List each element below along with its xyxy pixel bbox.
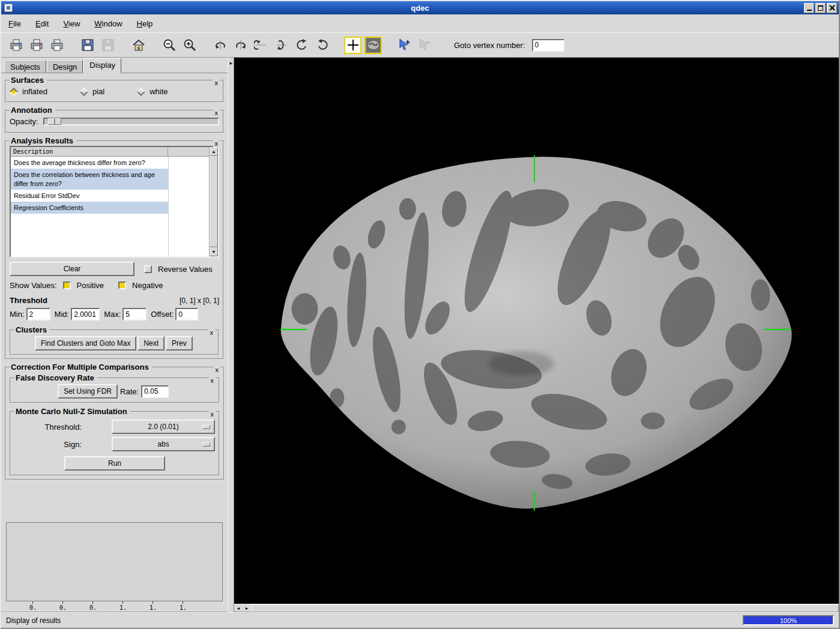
mc-sign-dropdown[interactable]: abs: [112, 437, 215, 451]
zoom-out-button[interactable]: [160, 37, 178, 54]
min-input[interactable]: [26, 308, 50, 321]
clear-button[interactable]: Clear: [10, 262, 134, 276]
save-data-button[interactable]: [79, 37, 96, 54]
panel-divider[interactable]: ►: [228, 58, 234, 612]
find-clusters-button[interactable]: Find Clusters and Goto Max: [35, 336, 136, 351]
positive-checkbox[interactable]: [63, 281, 71, 289]
home-icon: [131, 38, 146, 52]
radio-white[interactable]: white: [138, 87, 168, 96]
render-view: ◄ ►: [234, 58, 839, 612]
negative-checkbox[interactable]: [118, 281, 126, 289]
analysis-close-icon[interactable]: x: [213, 140, 220, 147]
run-simulation-button[interactable]: Run: [64, 456, 165, 471]
minimize-icon: [807, 10, 812, 11]
rotate-up-button[interactable]: [252, 37, 270, 54]
copy-snapshot-icon: [50, 38, 64, 52]
optionmenu-indicator: [202, 425, 210, 429]
rate-input[interactable]: [141, 385, 169, 398]
list-item-selected[interactable]: Regression Coefficients: [11, 202, 168, 214]
max-label: Max:: [104, 310, 121, 319]
radio-inflated[interactable]: inflated: [11, 87, 47, 96]
scroll-right-icon[interactable]: ►: [243, 604, 251, 612]
opacity-label: Opacity:: [10, 117, 38, 126]
cursor-add-icon: [397, 38, 411, 52]
max-input[interactable]: [122, 308, 147, 321]
render-canvas[interactable]: [234, 58, 839, 604]
menu-file[interactable]: File: [8, 19, 21, 28]
correction-title: Correction For Multiple Comparisons: [10, 363, 152, 372]
copy-snapshot-button[interactable]: [48, 37, 65, 54]
reverse-values-checkbox[interactable]: [144, 265, 152, 273]
scrollbar-thumb[interactable]: [210, 156, 218, 247]
tab-display[interactable]: Display: [83, 58, 121, 73]
description-column-header[interactable]: Description: [11, 147, 168, 156]
list-item-selected[interactable]: Does the correlation between thickness a…: [11, 169, 168, 190]
view-horizontal-scrollbar[interactable]: ◄ ►: [234, 604, 839, 612]
goto-vertex-input[interactable]: [532, 39, 564, 52]
histogram-panel: 0. 0. 0. 1. 1. 1.: [6, 522, 223, 612]
offset-input[interactable]: [175, 308, 198, 321]
fdr-close-icon[interactable]: x: [209, 377, 216, 384]
menu-edit[interactable]: Edit: [35, 19, 49, 28]
menu-view[interactable]: View: [63, 19, 80, 28]
close-button[interactable]: [827, 3, 837, 13]
rotate-down-button[interactable]: [273, 37, 290, 54]
save-all-icon: [101, 38, 115, 52]
spin-cw-button[interactable]: [313, 37, 331, 54]
zoom-out-icon: [162, 38, 177, 52]
analysis-list-header[interactable]: Description: [11, 147, 209, 157]
radio-pial[interactable]: pial: [81, 87, 104, 96]
hscroll-thumb[interactable]: [251, 604, 839, 612]
rotate-left-icon: [213, 38, 228, 52]
spin-ccw-icon: [295, 38, 309, 52]
mc-threshold-value: 2.0 (0.01): [148, 423, 178, 431]
set-using-fdr-button[interactable]: Set Using FDR: [58, 384, 118, 399]
status-message: Display of results: [6, 616, 61, 625]
rotate-up-icon: [254, 38, 268, 52]
progress-bar: 100%: [743, 615, 834, 625]
menu-window[interactable]: Window: [94, 19, 122, 28]
mid-label: Mid:: [55, 310, 70, 319]
menu-help[interactable]: Help: [137, 19, 153, 28]
reverse-values-label: Reverse Values: [158, 265, 213, 274]
rotate-right-button[interactable]: [232, 37, 249, 54]
zoom-in-button[interactable]: [181, 37, 198, 54]
analysis-list-scrollbar[interactable]: ▲ ▼: [209, 147, 218, 256]
prev-cluster-button[interactable]: Prev: [166, 336, 193, 351]
mc-threshold-dropdown[interactable]: 2.0 (0.01): [112, 420, 215, 434]
list-item[interactable]: Residual Error StdDev: [11, 190, 168, 202]
display-tab-panel: Surfaces x inflated pial wh: [1, 73, 228, 612]
axis-tick-label: 0.: [29, 604, 37, 611]
notebook-tabs: Subjects Design Display: [1, 58, 228, 73]
list-item[interactable]: Does the average thickness differ from z…: [11, 157, 168, 169]
maximize-button[interactable]: [815, 3, 826, 13]
add-selection-button[interactable]: [395, 37, 412, 54]
pane-arrow-icon[interactable]: ►: [229, 61, 234, 66]
opacity-slider[interactable]: [43, 118, 219, 125]
clusters-close-icon[interactable]: x: [208, 329, 216, 336]
annotation-close-icon[interactable]: x: [213, 109, 220, 116]
histogram-plot: [6, 522, 223, 601]
next-cluster-button[interactable]: Next: [137, 336, 165, 351]
scroll-left-icon[interactable]: ◄: [234, 604, 243, 612]
save-snapshot-button[interactable]: [7, 37, 25, 54]
rotate-left-button[interactable]: [211, 37, 229, 54]
tab-design[interactable]: Design: [47, 60, 83, 73]
opacity-slider-handle[interactable]: [48, 118, 61, 125]
tab-subjects[interactable]: Subjects: [4, 60, 46, 73]
mc-sign-value: abs: [157, 440, 169, 448]
scroll-up-icon[interactable]: ▲: [210, 147, 218, 156]
crosshair-tool-button[interactable]: [344, 37, 361, 54]
scroll-down-icon[interactable]: ▼: [210, 247, 218, 256]
surfaces-close-icon[interactable]: x: [213, 79, 220, 86]
mid-input[interactable]: [71, 308, 100, 321]
radio-unselected-icon: [137, 87, 145, 95]
home-view-button[interactable]: [130, 37, 147, 54]
save-snapshot-series-button[interactable]: [28, 37, 45, 54]
spin-ccw-button[interactable]: [293, 37, 310, 54]
annotation-section: Annotation x Opacity:: [5, 106, 224, 133]
surface-tool-button[interactable]: [364, 37, 382, 54]
montecarlo-close-icon[interactable]: x: [209, 411, 216, 418]
correction-close-icon[interactable]: x: [214, 366, 221, 373]
minimize-button[interactable]: [804, 3, 814, 13]
